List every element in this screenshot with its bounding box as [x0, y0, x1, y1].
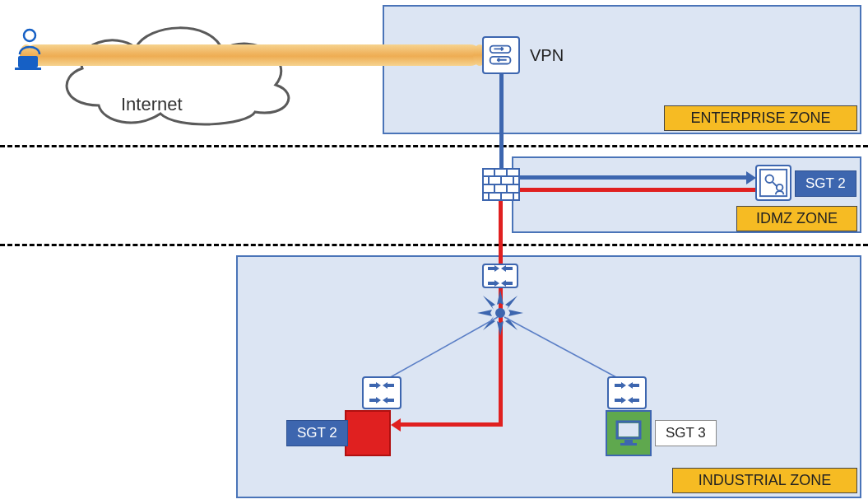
- svg-marker-25: [477, 310, 492, 316]
- svg-marker-27: [483, 296, 495, 310]
- vpn-tunnel: [25, 44, 481, 66]
- access-switch-left-icon: [362, 376, 402, 409]
- svg-marker-26: [508, 310, 523, 316]
- svg-rect-39: [620, 443, 637, 446]
- svg-marker-30: [505, 316, 518, 330]
- svg-point-31: [495, 308, 505, 318]
- industrial-zone-box: [236, 255, 861, 498]
- remote-user-icon: [12, 28, 48, 71]
- svg-rect-38: [624, 440, 633, 443]
- svg-point-0: [24, 30, 35, 41]
- zone-separator-2: [0, 244, 868, 246]
- asset-left-box: [345, 410, 391, 456]
- access-switch-right-icon: [607, 376, 647, 409]
- svg-rect-1: [18, 56, 38, 68]
- core-switch-icon: [476, 288, 525, 338]
- jump-server-icon: [755, 165, 791, 201]
- link-vpn-firewall: [499, 74, 504, 170]
- svg-point-20: [766, 175, 774, 184]
- core-switch-top-icon: [482, 264, 518, 288]
- enterprise-zone-label: ENTERPRISE ZONE: [664, 105, 857, 131]
- link-red-horizontal: [401, 422, 503, 427]
- zone-separator-1: [0, 145, 868, 147]
- link-firewall-jump-blue: [520, 175, 746, 180]
- svg-rect-2: [15, 68, 41, 70]
- svg-marker-28: [505, 296, 518, 310]
- svg-rect-37: [619, 423, 638, 436]
- sgt-right-label: SGT 3: [655, 420, 717, 446]
- idmz-zone-label: IDMZ ZONE: [736, 206, 857, 231]
- vpn-gateway-icon: [482, 36, 520, 74]
- firewall-icon: [482, 168, 520, 201]
- arrowhead-red-icon: [391, 418, 401, 432]
- vpn-label: VPN: [530, 46, 564, 65]
- svg-marker-29: [483, 316, 495, 330]
- svg-marker-23: [497, 290, 504, 305]
- link-firewall-jump-red: [520, 188, 757, 192]
- internet-label: Internet: [121, 94, 183, 115]
- asset-right-box: [606, 410, 652, 456]
- svg-point-22: [777, 184, 783, 191]
- industrial-zone-label: INDUSTRIAL ZONE: [672, 468, 857, 493]
- sgt-left-label: SGT 2: [286, 420, 348, 446]
- sgt-idmz-label: SGT 2: [795, 170, 856, 197]
- svg-marker-24: [497, 321, 504, 336]
